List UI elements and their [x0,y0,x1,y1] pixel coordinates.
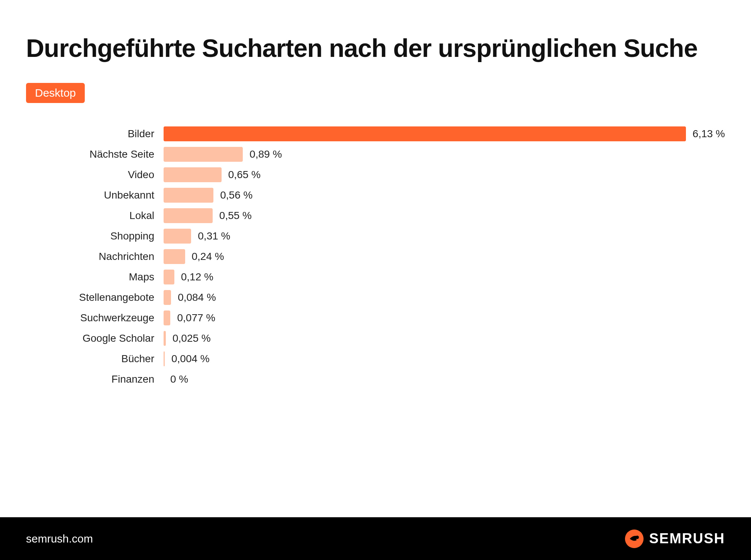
chart-row-value: 0,084 % [178,292,216,303]
chart-row-label: Bilder [26,128,164,140]
chart-row-value: 6,13 % [693,128,725,140]
chart-row: Unbekannt0,56 % [26,185,725,205]
chart-bar [164,351,165,366]
chart-bar [164,188,213,203]
chart-row-track: 0,24 % [164,246,725,267]
brand-name: SEMRUSH [649,531,725,547]
chart-bar [164,208,213,223]
chart-bar [164,331,166,346]
chart-row-track: 0,89 % [164,144,725,164]
chart-row-value: 0,31 % [198,230,230,242]
svg-point-1 [635,535,639,539]
chart-row-value: 0,55 % [219,210,252,222]
chart-row-value: 0,56 % [220,189,252,201]
chart-row: Maps0,12 % [26,267,725,287]
chart-bar [164,270,174,284]
chart-row-track: 0,56 % [164,185,725,205]
chart-title: Durchgeführte Sucharten nach der ursprün… [26,33,725,62]
chart-row-label: Nachrichten [26,251,164,263]
chart-row: Shopping0,31 % [26,226,725,246]
chart-row-value: 0,89 % [249,148,282,160]
chart-row: Lokal0,55 % [26,205,725,226]
chart-row-track: 0,65 % [164,164,725,185]
brand-logo: SEMRUSH [625,529,725,548]
chart-row-value: 0,12 % [181,271,213,283]
chart-bar [164,310,170,325]
chart-row-track: 0,31 % [164,226,725,246]
chart-row: Suchwerkzeuge0,077 % [26,308,725,328]
chart-row-track: 0,12 % [164,267,725,287]
chart-row-label: Unbekannt [26,189,164,201]
chart-row-track: 0,004 % [164,348,725,369]
chart-row: Video0,65 % [26,164,725,185]
chart-bar [164,249,185,264]
chart-row-track: 0,077 % [164,308,725,328]
footer-url: semrush.com [26,532,93,545]
chart-row-track: 0,025 % [164,328,725,348]
chart-row-value: 0,025 % [173,332,211,344]
bar-chart: Bilder6,13 %Nächste Seite0,89 %Video0,65… [26,123,725,389]
chart-row: Bücher0,004 % [26,348,725,369]
chart-row-label: Stellenangebote [26,292,164,303]
chart-row-label: Finanzen [26,373,164,385]
chart-row-label: Bücher [26,353,164,365]
chart-row-label: Lokal [26,210,164,222]
chart-row-value: 0,004 % [171,353,210,365]
chart-row: Stellenangebote0,084 % [26,287,725,308]
chart-row: Google Scholar0,025 % [26,328,725,348]
chart-row-label: Video [26,169,164,181]
chart-row-track: 0,55 % [164,205,725,226]
chart-bar [164,229,191,244]
chart-row-label: Google Scholar [26,332,164,344]
chart-row-label: Shopping [26,230,164,242]
chart-row-value: 0,077 % [177,312,215,324]
chart-row: Nachrichten0,24 % [26,246,725,267]
footer: semrush.com SEMRUSH [0,517,751,560]
chart-row-track: 0,084 % [164,287,725,308]
chart-bar [164,290,171,305]
chart-row: Finanzen0 % [26,369,725,389]
chart-row-value: 0,24 % [192,251,224,263]
device-tag: Desktop [26,83,85,103]
chart-row-track: 6,13 % [164,123,725,144]
chart-row-label: Nächste Seite [26,148,164,160]
chart-row-label: Suchwerkzeuge [26,312,164,324]
chart-bar [164,167,222,182]
chart-row-label: Maps [26,271,164,283]
chart-row: Bilder6,13 % [26,123,725,144]
chart-row-value: 0 % [170,373,188,385]
chart-row-track: 0 % [164,369,725,389]
chart-row: Nächste Seite0,89 % [26,144,725,164]
chart-bar [164,126,686,141]
chart-bar [164,147,243,162]
semrush-icon [625,529,644,548]
chart-row-value: 0,65 % [228,169,261,181]
